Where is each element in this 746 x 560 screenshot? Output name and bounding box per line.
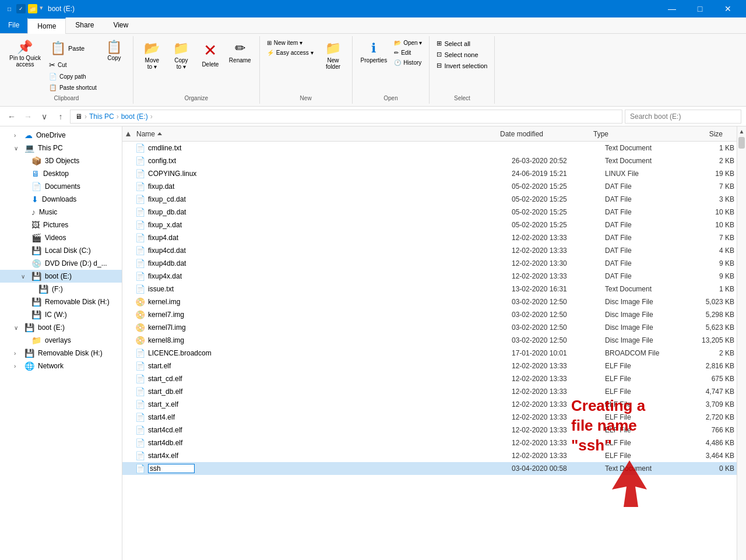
sidebar-item-pictures[interactable]: 🖼 Pictures [0,219,122,231]
sidebar-item-network[interactable]: › 🌐 Network [0,360,122,372]
paste-button[interactable]: 📋 Paste [47,38,99,58]
cut-button[interactable]: ✂ Cut [47,59,99,71]
sidebar-item-3dobjects[interactable]: 📦 3D Objects [0,154,122,167]
rename-button[interactable]: ✏ Rename [226,38,255,66]
invert-selection-button[interactable]: ⊟ Invert selection [434,61,490,71]
table-row[interactable]: 📄cmdline.txtText Document1 KB [122,142,737,154]
open-icon: 📂 [394,40,401,46]
table-row[interactable]: 📄fixup_db.dat05-02-2020 15:25DAT File10 … [122,206,737,219]
table-row[interactable]: 📄start4x.elf12-02-2020 13:33ELF File3,46… [122,449,737,462]
table-row[interactable]: 📄fixup4.dat12-02-2020 13:33DAT File7 KB [122,231,737,244]
thispc-icon: 💻 [24,143,34,153]
table-row[interactable]: 📄LICENCE.broadcom17-01-2020 10:01BROADCO… [122,347,737,360]
sidebar-item-boote[interactable]: ∨ 💾 boot (E:) [0,270,122,283]
table-row[interactable]: 📀kernel7.img03-02-2020 12:50Disc Image F… [122,308,737,321]
table-row[interactable]: 📄start4cd.elf12-02-2020 13:33ELF File766… [122,424,737,436]
sidebar-item-desktop[interactable]: 🖥 Desktop [0,167,122,180]
select-group: ⊞ Select all ⊡ Select none ⊟ Invert sele… [434,38,490,71]
file-icon: 📄 [134,169,146,178]
copy-to-button[interactable]: 📁 Copyto ▾ [167,38,195,72]
close-button[interactable]: ✕ [715,0,741,17]
tab-view[interactable]: View [104,17,138,33]
new-folder-button[interactable]: 📁 Newfolder [319,38,347,72]
table-row[interactable]: 📄fixup_x.dat05-02-2020 15:25DAT File10 K… [122,219,737,231]
file-icon: 📄 [134,220,146,230]
select-none-button[interactable]: ⊡ Select none [434,50,490,59]
sidebar-item-f[interactable]: 💾 (F:) [0,283,122,295]
delete-button[interactable]: ✕ Delete [196,38,224,70]
back-button[interactable]: ← [5,110,19,124]
table-row[interactable]: 📄fixup4x.dat12-02-2020 13:33DAT File9 KB [122,270,737,283]
sidebar-item-boote2[interactable]: ∨ 💾 boot (E:) [0,321,122,334]
maximize-button[interactable]: □ [687,0,713,17]
table-row[interactable]: 📀kernel7l.img03-02-2020 12:50Disc Image … [122,321,737,334]
col-header-size[interactable]: Size [673,130,725,138]
file-name-input[interactable] [148,464,195,473]
new-item-button[interactable]: ⊞ New item ▾ [265,38,316,47]
sidebar-item-onedrive[interactable]: › ☁ OneDrive [0,129,122,142]
sidebar-item-removableh2[interactable]: › 💾 Removable Disk (H:) [0,347,122,360]
file-icon: 📀 [134,336,146,345]
scroll-thumb[interactable] [738,137,745,149]
sidebar-item-documents[interactable]: 📄 Documents [0,180,122,193]
table-row[interactable]: 📄COPYING.linux24-06-2019 15:21LINUX File… [122,167,737,180]
sidebar-item-overlays[interactable]: 📁 overlays [0,334,122,347]
search-input[interactable] [625,110,741,124]
history-button[interactable]: 🕐 History [392,58,424,67]
sidebar-label-icw: IC (W:) [45,311,67,319]
table-row[interactable]: 📄fixup_cd.dat05-02-2020 15:25DAT File3 K… [122,193,737,206]
select-all-button[interactable]: ⊞ Select all [434,38,490,48]
up-button[interactable]: ↑ [54,110,68,124]
table-row[interactable]: 📄start4.elf12-02-2020 13:33ELF File2,720… [122,411,737,424]
tab-share[interactable]: Share [66,17,104,33]
col-header-date[interactable]: Date modified [498,130,591,138]
sidebar-item-localc[interactable]: 💾 Local Disk (C:) [0,244,122,257]
table-row[interactable]: 📄issue.txt13-02-2020 16:31Text Document1… [122,283,737,295]
address-sep1: › [85,112,87,121]
col-header-name[interactable]: Name [134,130,498,138]
easy-access-button[interactable]: ⚡ Easy access ▾ [265,48,316,57]
properties-button[interactable]: ℹ Properties [357,38,391,66]
table-row[interactable]: 📄fixup.dat05-02-2020 15:25DAT File7 KB [122,180,737,193]
sidebar-item-downloads[interactable]: ⬇ Downloads [0,193,122,206]
tab-file[interactable]: File [0,17,27,33]
table-row[interactable]: 📄start_x.elf12-02-2020 13:33ELF File3,70… [122,398,737,411]
file-date: 12-02-2020 13:33 [509,362,603,370]
table-row[interactable]: 📄config.txt26-03-2020 20:52Text Document… [122,154,737,167]
minimize-button[interactable]: — [659,0,685,17]
sidebar-item-icw[interactable]: 💾 IC (W:) [0,308,122,321]
scroll-up[interactable]: ▲ [737,126,746,136]
table-row[interactable]: 📄03-04-2020 00:58Text Document0 KB [122,462,737,475]
sidebar-item-removableh[interactable]: 💾 Removable Disk (H:) [0,295,122,308]
edit-button[interactable]: ✏ Edit [392,48,424,57]
table-row[interactable]: 📄start.elf12-02-2020 13:33ELF File2,816 … [122,360,737,372]
table-row[interactable]: 📄fixup4db.dat12-02-2020 13:30DAT File9 K… [122,257,737,270]
table-row[interactable]: 📄start_db.elf12-02-2020 13:33ELF File4,7… [122,385,737,398]
copy-path-button[interactable]: 📄 Copy path [47,72,99,82]
sidebar-label-music: Music [39,208,57,216]
scroll-track[interactable]: ▲ ▼ [737,126,746,560]
sidebar-item-music[interactable]: ♪ Music [0,206,122,219]
address-boote[interactable]: boot (E:) [121,112,148,121]
table-row[interactable]: 📄fixup4cd.dat12-02-2020 13:33DAT File4 K… [122,244,737,257]
move-to-button[interactable]: 📂 Moveto ▾ [138,38,166,72]
recent-locations-button[interactable]: ∨ [37,110,51,124]
table-row[interactable]: 📄start4db.elf12-02-2020 13:33ELF File4,4… [122,436,737,449]
sidebar-item-dvd[interactable]: 💿 DVD Drive (D:) d_... [0,257,122,270]
pin-to-quick-access-button[interactable]: 📌 Pin to Quickaccess [5,38,45,70]
file-type: ELF File [603,426,684,434]
sidebar-item-videos[interactable]: 🎬 Videos [0,231,122,244]
paste-shortcut-button[interactable]: 📋 Paste shortcut [47,83,99,93]
col-header-type[interactable]: Type [591,130,673,138]
clipboard-items: 📌 Pin to Quickaccess 📋 Paste ✂ Cut [5,38,128,93]
open-button[interactable]: 📂 Open ▾ [392,38,424,47]
copy-button[interactable]: 📋 Copy [100,38,128,64]
sidebar-item-thispc[interactable]: ∨ 💻 This PC [0,142,122,154]
table-row[interactable]: 📀kernel8.img03-02-2020 12:50Disc Image F… [122,334,737,347]
table-row[interactable]: 📄start_cd.elf12-02-2020 13:33ELF File675… [122,372,737,385]
address-thispc[interactable]: This PC [89,112,114,121]
address-path[interactable]: 🖥 › This PC › boot (E:) › [70,110,622,124]
file-type: DAT File [603,221,684,229]
tab-home[interactable]: Home [27,17,66,34]
table-row[interactable]: 📀kernel.img03-02-2020 12:50Disc Image Fi… [122,295,737,308]
